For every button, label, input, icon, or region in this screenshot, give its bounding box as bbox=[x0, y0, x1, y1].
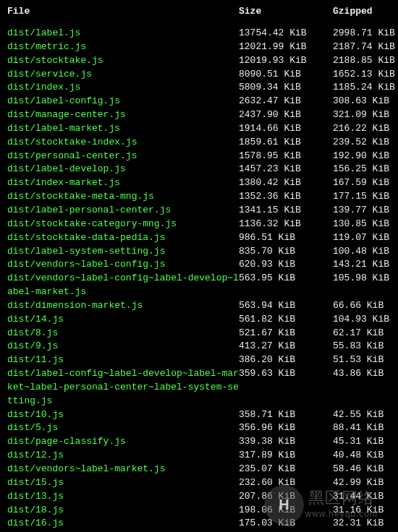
file-size: 358.71 KiB bbox=[239, 408, 333, 422]
file-gzipped: 43.86 KiB bbox=[333, 367, 391, 408]
file-name: dist/18.js bbox=[7, 504, 239, 518]
table-row: dist/vendors~label-config~label-develop~… bbox=[7, 272, 391, 299]
file-size: 1341.15 KiB bbox=[239, 204, 333, 218]
file-gzipped: 177.15 KiB bbox=[333, 190, 391, 204]
file-gzipped: 51.53 KiB bbox=[333, 353, 391, 367]
file-size: 235.07 KiB bbox=[239, 463, 333, 476]
header-gzipped: Gzipped bbox=[333, 6, 391, 17]
file-size-table: File Size Gzipped dist/label.js13754.42 … bbox=[7, 6, 391, 532]
file-name: dist/label.js bbox=[7, 27, 239, 40]
file-name: dist/label-system-setting.js bbox=[7, 245, 239, 259]
file-gzipped: 45.31 KiB bbox=[333, 435, 391, 449]
file-size: 339.38 KiB bbox=[239, 435, 333, 449]
file-gzipped: 321.09 KiB bbox=[333, 108, 391, 122]
table-row: dist/vendors~label-config.js620.93 KiB14… bbox=[7, 258, 391, 272]
file-name: dist/16.js bbox=[7, 517, 239, 531]
file-size: 413.27 KiB bbox=[239, 340, 333, 353]
file-size: 563.95 KiB bbox=[239, 272, 333, 299]
file-gzipped: 139.77 KiB bbox=[333, 204, 391, 218]
table-row: dist/label-personal-center.js1341.15 KiB… bbox=[7, 204, 391, 218]
table-row: dist/label-config.js2632.47 KiB308.63 Ki… bbox=[7, 95, 391, 108]
file-size: 12021.99 KiB bbox=[239, 40, 333, 54]
table-row: dist/page-classify.js339.38 KiB45.31 KiB bbox=[7, 435, 391, 449]
table-row: dist/label-develop.js1457.23 KiB156.25 K… bbox=[7, 163, 391, 176]
file-size: 207.86 KiB bbox=[239, 490, 333, 504]
file-name: dist/stocktake-category-mng.js bbox=[7, 218, 239, 231]
file-name: dist/label-config~label-develop~label-ma… bbox=[7, 367, 239, 408]
file-size: 359.63 KiB bbox=[239, 367, 333, 408]
table-row: dist/14.js561.82 KiB104.93 KiB bbox=[7, 313, 391, 327]
file-size: 620.93 KiB bbox=[239, 258, 333, 272]
table-header: File Size Gzipped bbox=[7, 6, 391, 17]
file-gzipped: 2188.85 KiB bbox=[333, 54, 395, 68]
file-gzipped: 239.52 KiB bbox=[333, 136, 391, 150]
file-size: 2437.90 KiB bbox=[239, 108, 333, 122]
table-row: dist/index.js5809.34 KiB1185.24 KiB bbox=[7, 81, 391, 95]
file-size: 2632.47 KiB bbox=[239, 95, 333, 108]
file-size: 563.94 KiB bbox=[239, 299, 333, 313]
file-gzipped: 192.90 KiB bbox=[333, 150, 391, 163]
header-file: File bbox=[7, 6, 239, 17]
file-name: dist/page-classify.js bbox=[7, 435, 239, 449]
file-size: 1457.23 KiB bbox=[239, 163, 333, 176]
file-name: dist/stocktake-meta-mng.js bbox=[7, 190, 239, 204]
file-name: dist/12.js bbox=[7, 449, 239, 463]
file-size: 1352.36 KiB bbox=[239, 190, 333, 204]
file-gzipped: 31.44 KiB bbox=[333, 490, 391, 504]
table-row: dist/stocktake-category-mng.js1136.32 Ki… bbox=[7, 218, 391, 231]
file-size: 1380.42 KiB bbox=[239, 176, 333, 190]
file-name: dist/stocktake-index.js bbox=[7, 136, 239, 150]
table-row: dist/label.js13754.42 KiB2998.71 KiB bbox=[7, 27, 391, 40]
table-row: dist/16.js175.03 KiB32.31 KiB bbox=[7, 517, 391, 531]
file-name: dist/index-market.js bbox=[7, 176, 239, 190]
file-gzipped: 42.55 KiB bbox=[333, 408, 391, 422]
file-name: dist/9.js bbox=[7, 340, 239, 353]
table-row: dist/index-market.js1380.42 KiB167.59 Ki… bbox=[7, 176, 391, 190]
file-name: dist/label-config.js bbox=[7, 95, 239, 108]
file-gzipped: 32.31 KiB bbox=[333, 517, 391, 531]
file-name: dist/index.js bbox=[7, 81, 239, 95]
file-size: 317.89 KiB bbox=[239, 449, 333, 463]
file-size: 1859.61 KiB bbox=[239, 136, 333, 150]
file-name: dist/10.js bbox=[7, 408, 239, 422]
file-gzipped: 42.99 KiB bbox=[333, 476, 391, 490]
file-name: dist/8.js bbox=[7, 327, 239, 340]
file-size: 561.82 KiB bbox=[239, 313, 333, 327]
table-row: dist/vendors~label-market.js235.07 KiB58… bbox=[7, 463, 391, 476]
table-row: dist/12.js317.89 KiB40.48 KiB bbox=[7, 449, 391, 463]
file-name: dist/13.js bbox=[7, 490, 239, 504]
file-gzipped: 40.48 KiB bbox=[333, 449, 391, 463]
table-row: dist/8.js521.67 KiB62.17 KiB bbox=[7, 327, 391, 340]
file-size: 835.70 KiB bbox=[239, 245, 333, 259]
table-row: dist/10.js358.71 KiB42.55 KiB bbox=[7, 408, 391, 422]
file-name: dist/label-develop.js bbox=[7, 163, 239, 176]
file-size: 1136.32 KiB bbox=[239, 218, 333, 231]
file-gzipped: 88.41 KiB bbox=[333, 421, 391, 435]
file-name: dist/15.js bbox=[7, 476, 239, 490]
table-row: dist/stocktake-meta-mng.js1352.36 KiB177… bbox=[7, 190, 391, 204]
file-gzipped: 1652.13 KiB bbox=[333, 68, 395, 82]
table-row: dist/18.js198.06 KiB31.16 KiB bbox=[7, 504, 391, 518]
table-row: dist/9.js413.27 KiB55.83 KiB bbox=[7, 340, 391, 353]
file-size: 5809.34 KiB bbox=[239, 81, 333, 95]
table-row: dist/11.js386.20 KiB51.53 KiB bbox=[7, 353, 391, 367]
table-row: dist/label-config~label-develop~label-ma… bbox=[7, 367, 391, 408]
file-name: dist/service.js bbox=[7, 68, 239, 82]
file-name: dist/vendors~label-market.js bbox=[7, 463, 239, 476]
file-size: 232.60 KiB bbox=[239, 476, 333, 490]
table-row: dist/metric.js12021.99 KiB2187.74 KiB bbox=[7, 40, 391, 54]
table-row: dist/dimension-market.js563.94 KiB66.66 … bbox=[7, 299, 391, 313]
table-body: dist/label.js13754.42 KiB2998.71 KiBdist… bbox=[7, 27, 391, 532]
file-gzipped: 143.21 KiB bbox=[333, 258, 391, 272]
file-size: 12019.93 KiB bbox=[239, 54, 333, 68]
file-size: 198.06 KiB bbox=[239, 504, 333, 518]
file-name: dist/personal-center.js bbox=[7, 150, 239, 163]
table-row: dist/manage-center.js2437.90 KiB321.09 K… bbox=[7, 108, 391, 122]
file-size: 356.96 KiB bbox=[239, 421, 333, 435]
file-gzipped: 216.22 KiB bbox=[333, 122, 391, 136]
table-row: dist/service.js8090.51 KiB1652.13 KiB bbox=[7, 68, 391, 82]
file-gzipped: 167.59 KiB bbox=[333, 176, 391, 190]
file-name: dist/stocktake-data-pedia.js bbox=[7, 231, 239, 245]
table-row: dist/stocktake-data-pedia.js986.51 KiB11… bbox=[7, 231, 391, 245]
table-row: dist/label-market.js1914.66 KiB216.22 Ki… bbox=[7, 122, 391, 136]
